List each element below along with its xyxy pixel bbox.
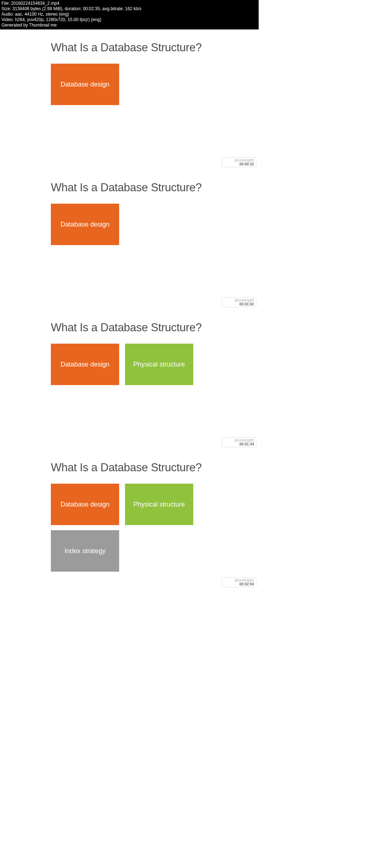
timestamp-label: 00:00:32 <box>239 163 254 166</box>
slide-title: What Is a Database Structure? <box>51 41 244 54</box>
timestamp-label: 00:01:34 <box>239 443 254 446</box>
pill-row: Database design <box>51 204 244 245</box>
pill-database-design: Database design <box>51 204 119 245</box>
thumbnail-frame: What Is a Database Structure? Database d… <box>0 169 259 309</box>
pill-row: Database design <box>51 64 244 105</box>
meta-file: File: 20160224154634_2.mp4 <box>1 1 257 6</box>
pill-row: Database design Physical structure <box>51 344 244 385</box>
thumbnail-frame: What Is a Database Structure? Database d… <box>0 29 259 169</box>
pill-physical-structure: Physical structure <box>125 484 193 525</box>
timestamp-badge: pluralsight 00:01:34 <box>222 437 256 447</box>
thumbnail-frame: What Is a Database Structure? Database d… <box>0 449 259 589</box>
timestamp-badge: pluralsight 00:02:04 <box>222 577 256 587</box>
pill-database-design: Database design <box>51 484 119 525</box>
timestamp-label: 00:01:02 <box>239 303 254 306</box>
meta-audio: Audio: aac, 44100 Hz, stereo (eng) <box>1 12 257 17</box>
brand-label: pluralsight <box>235 159 254 162</box>
slide-title: What Is a Database Structure? <box>51 181 244 194</box>
meta-size: Size: 3138406 bytes (2.99 MiB), duration… <box>1 6 257 12</box>
thumbnail-frame: What Is a Database Structure? Database d… <box>0 309 259 449</box>
pill-physical-structure: Physical structure <box>125 344 193 385</box>
timestamp-badge: pluralsight 00:01:02 <box>222 297 256 307</box>
brand-label: pluralsight <box>235 299 254 302</box>
pill-database-design: Database design <box>51 344 119 385</box>
timestamp-label: 00:02:04 <box>239 583 254 586</box>
brand-label: pluralsight <box>235 439 254 442</box>
meta-video: Video: h264, yuv420p, 1280x720, 15.00 fp… <box>1 17 257 23</box>
pill-database-design: Database design <box>51 64 119 105</box>
timestamp-badge: pluralsight 00:00:32 <box>222 157 256 167</box>
slide-title: What Is a Database Structure? <box>51 321 244 334</box>
pill-index-strategy: Index strategy <box>51 530 119 572</box>
brand-label: pluralsight <box>235 579 254 582</box>
slide-title: What Is a Database Structure? <box>51 461 244 474</box>
video-metadata-header: File: 20160224154634_2.mp4 Size: 3138406… <box>0 0 259 29</box>
meta-generator: Generated by Thumbnail me <box>1 23 257 28</box>
pill-row: Database design Physical structure Index… <box>51 484 244 572</box>
